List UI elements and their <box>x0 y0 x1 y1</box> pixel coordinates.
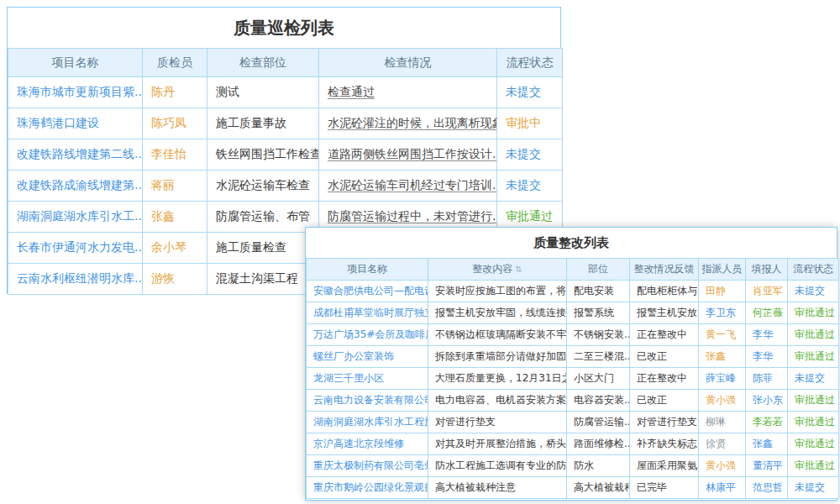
cell-inspect-part-text: 施工质量事故 <box>216 116 286 129</box>
rectification-column-header: 指派人员 <box>699 259 746 281</box>
cell-feedback-text: 配电柜柜体与... <box>637 285 699 297</box>
inspection-column-label: 项目名称 <box>52 55 99 69</box>
cell-inspector: 李佳怡 <box>143 139 207 171</box>
cell-project-name[interactable]: 湖南洞庭湖水库引水工... <box>8 202 143 233</box>
cell-filler-text: 陈菲 <box>753 372 773 384</box>
table-row: 万达广场35#会所及咖啡厅空...不锈钢边框玻璃隔断安装不牢...不锈钢安装..… <box>307 324 839 346</box>
rectification-column-label: 整改内容 <box>472 263 512 275</box>
cell-rectify-content: 防水工程施工选调有专业的防... <box>428 455 567 477</box>
cell-flow-status-text: 审批通过 <box>795 459 835 471</box>
cell-feedback-text: 正在整改中 <box>637 328 687 340</box>
cell-filler-text: 李华 <box>753 328 773 340</box>
cell-project-name-text[interactable]: 长春市伊通河水力发电... <box>17 240 143 254</box>
cell-flow-status: 未提交 <box>788 368 839 390</box>
cell-project-name-text[interactable]: 改建铁路成渝线增建第... <box>17 178 143 192</box>
cell-project-name[interactable]: 京沪高速北京段维修 <box>307 433 428 455</box>
cell-project-name[interactable]: 安徽合肥供电公司—配电设备... <box>307 281 428 302</box>
cell-part: 报警系统 <box>567 302 630 324</box>
cell-assignee-text: 田静 <box>706 285 726 297</box>
cell-flow-status: 审批通过 <box>788 346 839 368</box>
cell-filler: 何芷薇 <box>746 302 788 324</box>
rectification-column-label: 指派人员 <box>702 263 743 275</box>
cell-project-name-text[interactable]: 云南电力设备安装有限公司20... <box>313 394 428 406</box>
cell-flow-status-text: 未提交 <box>506 85 541 98</box>
cell-feedback-text: 报警主机安放... <box>637 307 699 318</box>
cell-rectify-content: 不锈钢边框玻璃隔断安装不牢... <box>428 324 567 346</box>
cell-assignee: 徐贤 <box>699 433 746 455</box>
cell-inspector: 陈巧凤 <box>143 108 207 139</box>
cell-flow-status-text: 审批中 <box>506 116 541 129</box>
inspection-header-row: 项目名称质检员检查部位检查情况流程状态 <box>8 49 563 77</box>
cell-flow-status: 未提交 <box>788 477 839 499</box>
cell-inspect-situation: 检查通过 <box>319 77 497 108</box>
sort-icon[interactable]: ⇅ <box>515 265 522 274</box>
cell-assignee: 黄一飞 <box>699 324 746 346</box>
cell-feedback: 屋面采用聚氨... <box>630 455 699 477</box>
rectification-column-header: 项目名称 <box>307 259 428 281</box>
cell-part-text: 报警系统 <box>574 307 614 318</box>
cell-inspector-text: 陈丹 <box>151 85 175 98</box>
cell-project-name[interactable]: 长春市伊通河水力发电... <box>8 233 143 264</box>
cell-project-name-text[interactable]: 重庆太极制药有限公司亳州中... <box>313 459 428 471</box>
cell-project-name-text[interactable]: 重庆市鹅岭公园绿化景观提升... <box>313 481 428 493</box>
inspection-column-label: 检查部位 <box>239 55 286 69</box>
cell-part-text: 电容器安装... <box>574 394 630 406</box>
table-row: 珠海市城市更新项目紫...陈丹测试检查通过未提交 <box>8 77 563 108</box>
cell-rectify-content: 报警主机安放牢固，线缆连接... <box>428 302 567 324</box>
inspection-column-label: 质检员 <box>157 55 192 69</box>
inspection-column-label: 检查情况 <box>385 55 432 69</box>
inspection-column-header: 项目名称 <box>8 49 143 77</box>
cell-assignee-text: 黄一飞 <box>706 328 736 340</box>
cell-project-name[interactable]: 云南水利枢纽潜明水库... <box>8 264 143 295</box>
cell-project-name-text[interactable]: 万达广场35#会所及咖啡厅空... <box>313 328 428 340</box>
cell-assignee: 林康平 <box>699 477 746 499</box>
cell-inspector-text: 陈巧凤 <box>151 116 186 129</box>
cell-project-name[interactable]: 重庆市鹅岭公园绿化景观提升... <box>307 477 428 499</box>
cell-inspect-part: 防腐管运输、布管 <box>207 202 319 233</box>
cell-project-name[interactable]: 重庆太极制药有限公司亳州中... <box>307 455 428 477</box>
cell-feedback-text: 对管进行垫支 <box>637 416 697 428</box>
cell-rectify-content-text: 安装时应按施工图的布置，将... <box>435 285 567 297</box>
cell-filler-text: 张鑫 <box>753 438 773 449</box>
cell-feedback: 报警主机安放... <box>630 302 699 324</box>
cell-project-name-text[interactable]: 安徽合肥供电公司—配电设备... <box>313 285 428 297</box>
cell-rectify-content-text: 高大植被栽种注意 <box>435 481 516 493</box>
cell-filler: 陈菲 <box>746 368 788 390</box>
cell-project-name[interactable]: 龙湖三千里小区 <box>307 368 428 390</box>
cell-project-name-text[interactable]: 湖南洞庭湖水库引水工程施工1标 <box>313 416 428 428</box>
cell-project-name[interactable]: 成都杜甫草堂临时展厅独立展... <box>307 302 428 324</box>
cell-project-name-text[interactable]: 成都杜甫草堂临时展厅独立展... <box>313 307 428 318</box>
cell-project-name-text[interactable]: 云南水利枢纽潜明水库... <box>17 271 143 285</box>
cell-rectify-content-text: 对其及时开展整治措施，桥头... <box>435 438 567 449</box>
rectification-table-title: 质量整改列表 <box>306 228 837 258</box>
cell-project-name[interactable]: 珠海市城市更新项目紫... <box>8 77 143 108</box>
cell-part-text: 二至三楼混... <box>574 350 630 362</box>
cell-project-name-text[interactable]: 湖南洞庭湖水库引水工... <box>17 209 143 223</box>
cell-project-name[interactable]: 珠海鹤港口建设 <box>8 108 143 139</box>
cell-project-name[interactable]: 湖南洞庭湖水库引水工程施工1标 <box>307 412 428 433</box>
cell-project-name-text[interactable]: 龙湖三千里小区 <box>313 372 384 384</box>
cell-project-name-text[interactable]: 珠海鹤港口建设 <box>17 116 99 129</box>
cell-project-name-text[interactable]: 京沪高速北京段维修 <box>313 438 404 449</box>
rectification-column-label: 流程状态 <box>793 263 833 275</box>
cell-project-name-text[interactable]: 改建铁路线增建第二线... <box>17 147 143 160</box>
cell-part: 高大植被栽种 <box>567 477 630 499</box>
inspection-column-header: 检查情况 <box>319 49 497 77</box>
cell-feedback: 对管进行垫支 <box>630 412 699 433</box>
cell-project-name[interactable]: 螺丝厂办公室装饰 <box>307 346 428 368</box>
cell-feedback-text: 正在整改中 <box>637 372 687 384</box>
cell-project-name-text[interactable]: 螺丝厂办公室装饰 <box>313 350 394 362</box>
cell-inspector-text: 李佳怡 <box>151 147 186 160</box>
cell-project-name[interactable]: 万达广场35#会所及咖啡厅空... <box>307 324 428 346</box>
cell-feedback-text: 已改正 <box>637 350 667 362</box>
cell-project-name[interactable]: 改建铁路成渝线增建第... <box>8 171 143 202</box>
cell-project-name[interactable]: 改建铁路线增建第二线... <box>8 139 143 171</box>
cell-inspector: 蒋丽 <box>143 171 207 202</box>
cell-feedback: 已改正 <box>630 346 699 368</box>
cell-flow-status: 未提交 <box>497 77 563 108</box>
cell-filler: 李华 <box>746 346 788 368</box>
cell-project-name[interactable]: 云南电力设备安装有限公司20... <box>307 390 428 412</box>
cell-assignee-text: 徐贤 <box>706 438 726 449</box>
cell-filler-text: 范思哲 <box>753 481 783 493</box>
cell-project-name-text[interactable]: 珠海市城市更新项目紫... <box>17 85 143 98</box>
